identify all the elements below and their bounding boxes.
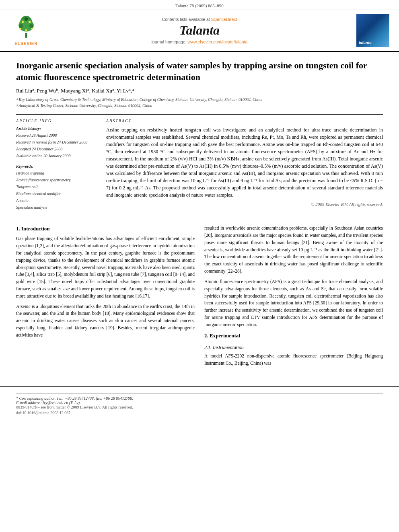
- received-revised-date: Received in revised form 24 December 200…: [16, 139, 97, 146]
- article-history: Received 28 August 2008 Received in revi…: [16, 132, 97, 159]
- sciencedirect-line: Contents lists available at ScienceDirec…: [48, 17, 351, 22]
- available-date: Available online 20 January 2009: [16, 152, 97, 159]
- homepage-link[interactable]: www.elsevier.com/locate/talanta: [188, 39, 248, 44]
- journal-title: Talanta: [48, 23, 351, 37]
- svg-rect-0: [25, 33, 27, 37]
- abstract-text: Arsine trapping on resistively heated tu…: [106, 126, 383, 199]
- abstract-label: ABSTRACT: [106, 119, 383, 123]
- elsevier-logo: ELSEVIER: [8, 14, 44, 47]
- section1-right-para1: resulted in worldwide arsenic contaminat…: [204, 225, 383, 275]
- keywords-label: Keywords:: [16, 164, 97, 168]
- keyword-3: Tungsten coil: [16, 183, 97, 190]
- section1-right-para2: Atomic fluorescence spectrometry (AFS) i…: [204, 278, 383, 329]
- affiliation-b: ᵇ Analytical & Testing Center, Sichuan U…: [16, 103, 383, 109]
- keywords-section: Keywords: Hydride trapping Atomic fluore…: [16, 164, 97, 211]
- keywords-list: Hydride trapping Atomic fluorescence spe…: [16, 170, 97, 211]
- authors: Rui Liuᵃ, Peng Wuᵇ, Maoyang Xiᵃ, Kailai …: [16, 88, 135, 94]
- keyword-6: Speciation analysis: [16, 204, 97, 211]
- body-two-col: 1. Introduction Gas-phase trapping of vo…: [16, 225, 383, 370]
- received-date: Received 28 August 2008: [16, 132, 97, 139]
- article-history-label: Article history:: [16, 126, 97, 131]
- sciencedirect-link[interactable]: ScienceDirect: [211, 17, 237, 22]
- authors-line: Rui Liuᵃ, Peng Wuᵇ, Maoyang Xiᵃ, Kailai …: [16, 88, 383, 94]
- section2-1-heading: 2.1. Instrumentation: [204, 344, 383, 351]
- body-left-col: 1. Introduction Gas-phase trapping of vo…: [16, 225, 195, 370]
- talanta-logo-label: talanta: [359, 40, 372, 45]
- journal-citation: Talanta 78 (2009) 885–890: [175, 3, 223, 8]
- body-section: 1. Introduction Gas-phase trapping of vo…: [16, 219, 383, 370]
- section1-para1: Gas-phase trapping of volatile hydrides/…: [16, 235, 195, 300]
- elsevier-label: ELSEVIER: [14, 41, 37, 46]
- page-wrapper: Talanta 78 (2009) 885–890: [0, 0, 399, 419]
- journal-center: Contents lists available at ScienceDirec…: [48, 14, 351, 47]
- journal-header: Talanta 78 (2009) 885–890: [0, 0, 399, 10]
- keyword-4: Rhodium chemical modifier: [16, 190, 97, 197]
- homepage-line: journal homepage: www.elsevier.com/locat…: [48, 39, 351, 44]
- article-title: Inorganic arsenic speciation analysis of…: [16, 60, 383, 83]
- svg-point-6: [22, 21, 24, 23]
- corresponding-author: * Corresponding author. Tel.: +86 28 854…: [16, 396, 383, 401]
- sciencedirect-text: Contents lists available at: [162, 17, 210, 22]
- abstract-column: ABSTRACT Arsine trapping on resistively …: [106, 119, 383, 211]
- elsevier-tree-icon: [14, 16, 38, 40]
- talanta-logo-image: talanta: [356, 14, 389, 47]
- article-info-abstract: ARTICLE INFO Article history: Received 2…: [16, 114, 383, 211]
- footer-copyright: 0039-9140/$ – see front matter © 2009 El…: [16, 405, 383, 409]
- body-right-col: resulted in worldwide arsenic contaminat…: [204, 225, 383, 370]
- page-footer: * Corresponding author. Tel.: +86 28 854…: [0, 386, 399, 419]
- top-banner: ELSEVIER Contents lists available at Sci…: [0, 10, 399, 52]
- svg-point-7: [29, 21, 31, 23]
- article-info-column: ARTICLE INFO Article history: Received 2…: [16, 119, 97, 211]
- accepted-date: Accepted 24 December 2008: [16, 146, 97, 152]
- talanta-logo-box: talanta: [355, 14, 391, 47]
- affiliations: ᵃ Key Laboratory of Green Chemistry & Te…: [16, 97, 383, 109]
- email-address: E-mail address: lvy@scu.edu.cn (Y. Lv).: [16, 401, 383, 405]
- affiliation-a: ᵃ Key Laboratory of Green Chemistry & Te…: [16, 97, 383, 103]
- svg-point-9: [31, 28, 33, 29]
- svg-point-3: [19, 24, 23, 28]
- section1-para2: Arsenic is a ubiquitous element that ran…: [16, 303, 195, 339]
- svg-point-8: [19, 28, 21, 29]
- footnote-corresponding: * Corresponding author. Tel.: +86 28 854…: [16, 393, 383, 405]
- section1-heading: 1. Introduction: [16, 225, 195, 233]
- keyword-1: Hydride trapping: [16, 170, 97, 177]
- footer-doi: doi:10.1016/j.talanta.2008.12.067: [16, 411, 383, 415]
- svg-point-10: [25, 29, 27, 31]
- section2-heading: 2. Experimental: [204, 332, 383, 340]
- svg-point-4: [29, 24, 33, 28]
- keyword-5: Arsenic: [16, 197, 97, 204]
- section2-para1: A model AFS-2202 non-dispersive atomic f…: [204, 353, 383, 367]
- svg-point-5: [25, 17, 28, 21]
- keyword-2: Atomic fluorescence spectrometry: [16, 177, 97, 183]
- article-content: Inorganic arsenic speciation analysis of…: [0, 52, 399, 378]
- copyright-line: © 2009 Elsevier B.V. All rights reserved…: [106, 202, 383, 207]
- article-info-label: ARTICLE INFO: [16, 119, 97, 123]
